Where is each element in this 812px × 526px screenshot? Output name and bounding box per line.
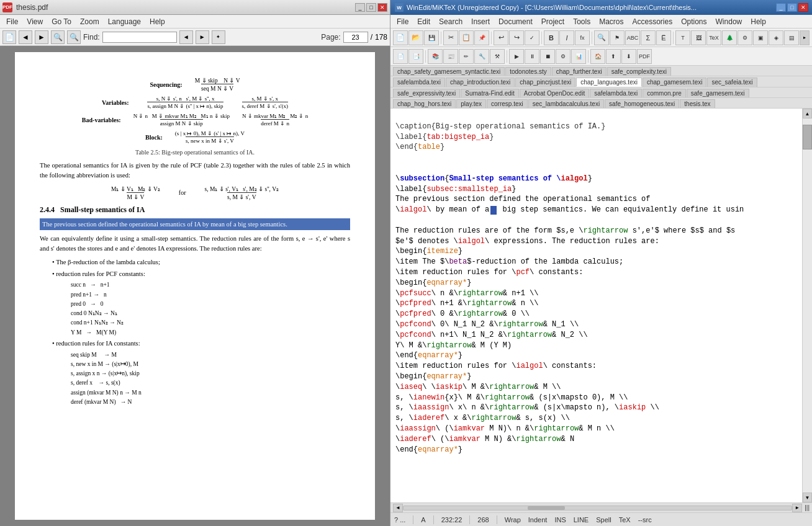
we-menu-insert[interactable]: Insert — [467, 17, 494, 27]
we-tb2-16[interactable]: PDF — [637, 49, 652, 64]
we-tb2-14[interactable]: ⬆ — [606, 49, 621, 64]
we-scrollbar[interactable]: ▲ ▼ — [802, 109, 812, 502]
we-tab-play[interactable]: play.tex — [456, 99, 486, 108]
we-minimize-btn[interactable]: _ — [776, 3, 786, 12]
we-tb2-13[interactable]: 🏠 — [590, 49, 605, 64]
we-scroll-right-btn[interactable]: ► — [792, 504, 802, 512]
pdf-prev-page-btn[interactable]: ◄ — [19, 30, 32, 44]
we-tab-corresp[interactable]: corresp.texi — [487, 99, 528, 108]
pdf-menu-goto[interactable]: Go To — [48, 17, 75, 27]
we-menu-tools[interactable]: Tools — [569, 17, 594, 27]
we-scrollbar-thumb[interactable] — [803, 125, 812, 149]
we-tab-pincrjust[interactable]: chap_pincrjust.texi — [515, 78, 575, 87]
we-tb2-3[interactable]: 📚 — [428, 49, 443, 64]
we-tree-btn[interactable]: 🌲 — [722, 30, 737, 45]
we-tab-complexity[interactable]: safe_complexity.texi — [607, 67, 671, 76]
we-menu-document[interactable]: Document — [495, 17, 536, 27]
we-copy-btn[interactable]: 📋 — [459, 30, 474, 45]
we-horiz-scroll-thumb[interactable] — [528, 506, 565, 510]
we-menu-edit[interactable]: Edit — [413, 17, 434, 27]
we-tab-thesis[interactable]: thesis.tex — [680, 99, 715, 108]
we-sigma-btn[interactable]: Σ — [641, 30, 656, 45]
we-tab-sumatra[interactable]: Sumatra-Find.edit — [461, 89, 518, 97]
we-menu-macros[interactable]: Macros — [595, 17, 627, 27]
we-tex-btn[interactable]: TeX — [706, 30, 721, 45]
we-tb2-12[interactable]: 📊 — [571, 49, 586, 64]
we-menu-window[interactable]: Window — [712, 17, 746, 27]
we-tab-introduction[interactable]: chap_introduction.texi — [446, 78, 515, 87]
we-editor[interactable]: \caption{Big-step operational semantics … — [390, 109, 802, 502]
we-tab-safelambda2[interactable]: safelambda.texi — [590, 89, 642, 97]
we-tab-gamesem[interactable]: chap_gamesem.texi — [643, 78, 707, 87]
we-extra1-btn[interactable]: ▣ — [753, 30, 768, 45]
we-spell-btn[interactable]: ABC — [625, 30, 640, 45]
we-tb2-1[interactable]: 📄 — [393, 49, 408, 64]
we-tb2-11[interactable]: ⚙ — [556, 49, 571, 64]
we-horiz-scroll-track[interactable] — [403, 506, 792, 510]
pdf-zoom-out-btn[interactable]: 🔍 — [51, 30, 65, 44]
we-gear2-btn[interactable]: ⚙ — [738, 30, 752, 45]
we-tb2-9[interactable]: ⏸ — [525, 49, 539, 64]
pdf-menu-language[interactable]: Language — [104, 17, 145, 27]
we-cut-btn[interactable]: ✂ — [443, 30, 458, 45]
we-tb2-10[interactable]: ⏹ — [540, 49, 555, 64]
we-tab-safeia[interactable]: sec_safeia.texi — [707, 78, 757, 87]
we-tb2-7[interactable]: ⚒ — [490, 49, 505, 64]
pdf-maximize-btn[interactable]: □ — [366, 3, 376, 12]
pdf-menu-file[interactable]: File — [2, 17, 22, 27]
pdf-close-btn[interactable]: ✕ — [377, 3, 387, 12]
we-close-btn[interactable]: ✕ — [798, 3, 808, 12]
we-tab-expressivity[interactable]: safe_expressivity.texi — [393, 89, 460, 97]
we-horiz-scrollbar[interactable]: ◄ ► ||| — [390, 502, 812, 512]
we-tb2-4[interactable]: 📰 — [443, 49, 458, 64]
we-extra2-btn[interactable]: ◈ — [769, 30, 783, 45]
pdf-zoom-in-btn[interactable]: 🔍 — [67, 30, 81, 44]
we-menu-options[interactable]: Options — [677, 17, 710, 27]
we-tab-safelambda1[interactable]: safelambda.texi — [393, 78, 445, 87]
we-tab-languages[interactable]: chap_languages.texi — [576, 78, 642, 87]
we-tb2-8[interactable]: ▶ — [509, 49, 524, 64]
we-toolbar-more[interactable]: ▸ — [800, 30, 810, 45]
we-italic-btn[interactable]: I — [559, 30, 574, 45]
we-scroll-up-btn[interactable]: ▲ — [803, 109, 812, 118]
pdf-find-highlight-btn[interactable]: ✦ — [212, 30, 225, 44]
pdf-menu-help[interactable]: Help — [146, 17, 169, 27]
we-menu-file[interactable]: File — [393, 17, 412, 27]
pdf-next-page-btn[interactable]: ► — [35, 30, 48, 44]
pdf-find-next-btn[interactable]: ► — [196, 30, 209, 44]
we-check-btn[interactable]: ✓ — [525, 30, 539, 45]
we-tab-common[interactable]: common.pre — [643, 89, 686, 97]
we-tab-homogeneous[interactable]: safe_homogeneous.texi — [605, 99, 679, 108]
we-save-btn[interactable]: 💾 — [424, 30, 439, 45]
we-menu-search[interactable]: Search — [435, 17, 466, 27]
we-extra3-btn[interactable]: ▤ — [784, 30, 799, 45]
we-tab-lambdacalculus[interactable]: sec_lambdacalculus.texi — [528, 99, 604, 108]
pdf-find-input[interactable] — [102, 32, 177, 43]
we-menu-accessories[interactable]: Accessories — [629, 17, 677, 27]
we-open-btn[interactable]: 📂 — [408, 30, 423, 45]
we-undo-btn[interactable]: ↩ — [494, 30, 508, 45]
we-bold-btn[interactable]: B — [544, 30, 559, 45]
we-tab-todonotes[interactable]: todonotes.sty — [505, 67, 551, 76]
we-new-btn[interactable]: 📄 — [393, 30, 408, 45]
we-scroll-left-btn[interactable]: ◄ — [393, 504, 403, 512]
we-tb2-6[interactable]: 🔧 — [474, 49, 489, 64]
we-redo-btn[interactable]: ↪ — [509, 30, 524, 45]
we-tab-safe-gamesem[interactable]: safe_gamesem.texi — [687, 89, 749, 97]
we-bookmark-btn[interactable]: ⚑ — [610, 30, 625, 45]
pdf-open-btn[interactable]: 📄 — [2, 30, 16, 44]
we-tb2-5[interactable]: ✏ — [459, 49, 474, 64]
we-img-btn[interactable]: 🖼 — [691, 30, 706, 45]
we-tb2-2[interactable]: 📑 — [408, 49, 423, 64]
we-menu-help[interactable]: Help — [747, 17, 770, 27]
we-paste-btn[interactable]: 📌 — [474, 30, 489, 45]
we-tb2-15[interactable]: ⬇ — [621, 49, 636, 64]
pdf-page-input[interactable] — [343, 32, 368, 43]
we-menu-project[interactable]: Project — [538, 17, 568, 27]
we-scrollbar-track[interactable] — [803, 118, 812, 493]
we-maximize-btn[interactable]: □ — [787, 3, 797, 12]
pdf-find-prev-btn[interactable]: ◄ — [179, 30, 193, 44]
pdf-menu-zoom[interactable]: Zoom — [76, 17, 103, 27]
pdf-minimize-btn[interactable]: _ — [355, 3, 365, 12]
we-find-btn[interactable]: 🔍 — [594, 30, 609, 45]
